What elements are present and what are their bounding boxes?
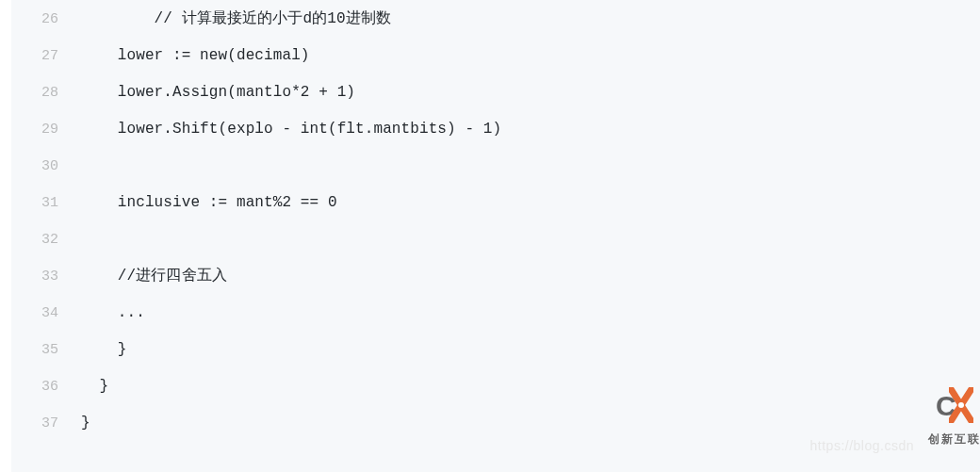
code-text: // 计算最接近的小于d的10进制数: [81, 1, 391, 38]
code-line: 35 }: [11, 332, 980, 368]
line-number: 30: [11, 148, 81, 185]
code-line: 26 // 计算最接近的小于d的10进制数: [11, 1, 980, 38]
code-block: 26 // 计算最接近的小于d的10进制数 27 lower := new(de…: [11, 0, 980, 472]
logo-text-cn: 创新互联: [928, 421, 980, 458]
code-text: lower.Shift(explo - int(flt.mantbits) - …: [81, 111, 501, 148]
watermark-text: https://blog.csdn: [810, 428, 914, 464]
logo-letter-x-icon: [949, 387, 973, 423]
line-number: 31: [11, 185, 81, 221]
code-text: ...: [81, 295, 145, 332]
line-number: 33: [11, 258, 81, 295]
code-line: 33 //进行四舍五入: [11, 258, 980, 295]
line-number: 27: [11, 38, 81, 74]
code-line: 32: [11, 221, 980, 258]
code-text: }: [81, 368, 108, 405]
code-text: }: [81, 405, 90, 442]
line-number: 29: [11, 111, 81, 148]
code-text: inclusive := mant%2 == 0: [81, 185, 337, 221]
code-text: }: [81, 332, 127, 368]
code-line: 31 inclusive := mant%2 == 0: [11, 185, 980, 221]
code-line: 34 ...: [11, 295, 980, 332]
line-number: 37: [11, 405, 81, 442]
code-line: 36 }: [11, 368, 980, 405]
code-line: 29 lower.Shift(explo - int(flt.mantbits)…: [11, 111, 980, 148]
code-text: //进行四舍五入: [81, 258, 227, 295]
line-number: 36: [11, 368, 81, 405]
brand-logo: C 创新互联 CHUANG XIN HU LIAN: [918, 414, 980, 468]
line-number: 32: [11, 221, 81, 258]
code-text: lower.Assign(mantlo*2 + 1): [81, 74, 355, 111]
svg-point-0: [958, 402, 964, 408]
logo-text-pinyin: CHUANG XIN HU LIAN: [918, 457, 980, 473]
line-number: 34: [11, 295, 81, 332]
code-line: 27 lower := new(decimal): [11, 38, 980, 74]
logo-mark: C: [936, 389, 973, 423]
line-number: 35: [11, 332, 81, 368]
code-text: lower := new(decimal): [81, 38, 310, 74]
code-line: 28 lower.Assign(mantlo*2 + 1): [11, 74, 980, 111]
line-number: 26: [11, 1, 81, 38]
line-number: 28: [11, 74, 81, 111]
code-line: 30: [11, 148, 980, 185]
